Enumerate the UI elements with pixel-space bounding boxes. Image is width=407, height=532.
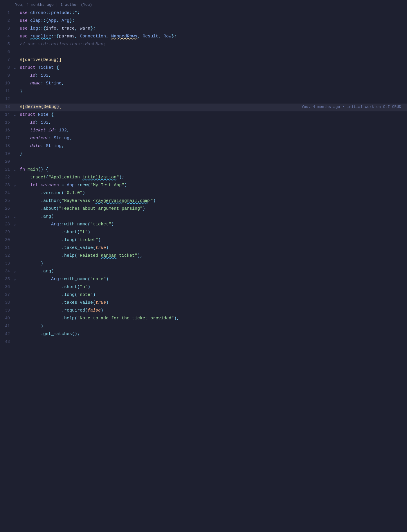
collapse-arrow[interactable] — [14, 339, 19, 345]
collapse-arrow[interactable] — [14, 18, 19, 23]
collapse-arrow[interactable]: ⌄ — [14, 112, 19, 117]
code-text: let matches = App::new("My Test App") — [19, 182, 407, 189]
collapse-arrow[interactable] — [14, 26, 19, 31]
collapse-arrow[interactable] — [14, 151, 19, 157]
collapse-arrow[interactable] — [14, 81, 19, 86]
collapse-arrow[interactable]: ⌄ — [14, 167, 19, 172]
collapse-arrow[interactable] — [14, 50, 19, 55]
code-line: 23 ⌄ let matches = App::new("My Test App… — [0, 182, 407, 190]
line-number: 3 — [0, 25, 14, 32]
line-number: 35 — [0, 276, 14, 283]
line-number: 20 — [0, 158, 14, 165]
code-line: 22 trace!("Application intialization"); — [0, 174, 407, 182]
code-line: 38 .takes_value(true) — [0, 299, 407, 307]
collapse-arrow[interactable] — [14, 261, 19, 266]
code-text: use log::{info, trace, warn}; — [19, 25, 407, 32]
collapse-arrow[interactable] — [14, 136, 19, 141]
line-number: 28 — [0, 221, 14, 228]
code-line: 13 #[derive(Debug)] You, 4 months ago • … — [0, 104, 407, 111]
code-line: 35 ⌄ Arg::with_name("note") — [0, 276, 407, 284]
collapse-arrow[interactable] — [14, 300, 19, 305]
collapse-arrow[interactable] — [14, 292, 19, 298]
code-text: } — [19, 88, 407, 95]
code-text: struct Ticket { — [19, 64, 407, 72]
collapse-arrow[interactable]: ⌄ — [14, 214, 19, 219]
line-number: 43 — [0, 339, 14, 345]
line-number: 33 — [0, 260, 14, 267]
code-line: 15 id: i32, — [0, 119, 407, 127]
line-number: 26 — [0, 205, 14, 212]
code-line: 41 ) — [0, 323, 407, 331]
collapse-arrow[interactable] — [14, 89, 19, 94]
collapse-arrow[interactable] — [14, 285, 19, 290]
collapse-arrow[interactable] — [14, 198, 19, 204]
collapse-arrow[interactable] — [14, 324, 19, 329]
line-number: 10 — [0, 80, 14, 87]
line-number: 16 — [0, 127, 14, 134]
collapse-arrow[interactable] — [14, 191, 19, 196]
line-number: 21 — [0, 166, 14, 173]
collapse-arrow[interactable] — [14, 57, 19, 63]
collapse-arrow[interactable]: ⌄ — [14, 269, 19, 274]
collapse-arrow[interactable] — [14, 104, 19, 110]
collapse-arrow[interactable] — [14, 128, 19, 133]
collapse-arrow[interactable] — [14, 316, 19, 321]
collapse-arrow[interactable] — [14, 245, 19, 251]
collapse-arrow[interactable] — [14, 97, 19, 102]
collapse-arrow[interactable] — [14, 308, 19, 313]
code-text: fn main() { — [19, 166, 407, 173]
collapse-arrow[interactable] — [14, 144, 19, 149]
code-text: date: String, — [19, 143, 407, 150]
collapse-arrow[interactable] — [14, 73, 19, 78]
line-number: 24 — [0, 190, 14, 196]
code-text: id: i32, — [19, 119, 407, 126]
collapse-arrow[interactable] — [14, 120, 19, 125]
code-line: 20 — [0, 158, 407, 166]
code-line: 37 .long("note") — [0, 292, 407, 299]
code-line: 6 — [0, 49, 407, 57]
collapse-arrow[interactable] — [14, 159, 19, 164]
code-line: 28 ⌄ Arg::with_name("ticket") — [0, 221, 407, 229]
code-text: id: i32, — [19, 72, 407, 79]
collapse-arrow[interactable] — [14, 332, 19, 337]
code-text: .get_matches(); — [19, 331, 407, 338]
code-text: .long("note") — [19, 292, 407, 299]
code-line: 11 } — [0, 88, 407, 96]
code-line: 21 ⌄ fn main() { — [0, 166, 407, 174]
line-number: 39 — [0, 307, 14, 314]
code-text: #[derive(Debug)] — [19, 57, 407, 64]
code-text: } — [19, 151, 407, 158]
code-text: ticket_id: i32, — [19, 127, 407, 134]
collapse-arrow[interactable]: ⌄ — [14, 277, 19, 282]
code-line: 42 .get_matches(); — [0, 331, 407, 339]
code-text: .version("0.1.0") — [19, 190, 407, 197]
collapse-arrow[interactable]: ⌄ — [14, 65, 19, 70]
collapse-arrow[interactable] — [14, 253, 19, 258]
code-line: 25 .author("RayGervais <raygervais@gmail… — [0, 198, 407, 205]
collapse-arrow[interactable]: ⌄ — [14, 183, 19, 188]
code-text: .long("ticket") — [19, 237, 407, 244]
code-text: .arg( — [19, 268, 407, 275]
line-number: 5 — [0, 41, 14, 48]
line-number: 31 — [0, 245, 14, 251]
code-text: Arg::with_name("ticket") — [19, 221, 407, 228]
line-number: 1 — [0, 10, 14, 16]
line-number: 41 — [0, 323, 14, 330]
collapse-arrow[interactable] — [14, 34, 19, 39]
collapse-arrow[interactable] — [14, 230, 19, 235]
line-number: 37 — [0, 292, 14, 298]
collapse-arrow[interactable] — [14, 10, 19, 16]
collapse-arrow[interactable] — [14, 42, 19, 47]
line-number: 18 — [0, 143, 14, 149]
code-line: 34 ⌄ .arg( — [0, 268, 407, 276]
git-header: You, 4 months ago | 1 author (You) — [0, 0, 407, 10]
collapse-arrow[interactable]: ⌄ — [14, 222, 19, 227]
code-line: 18 date: String, — [0, 143, 407, 151]
collapse-arrow[interactable] — [14, 175, 19, 180]
line-number: 13 — [0, 104, 14, 110]
collapse-arrow[interactable] — [14, 206, 19, 211]
line-number: 27 — [0, 213, 14, 220]
collapse-arrow[interactable] — [14, 238, 19, 243]
line-number: 38 — [0, 299, 14, 306]
line-number: 8 — [0, 64, 14, 71]
